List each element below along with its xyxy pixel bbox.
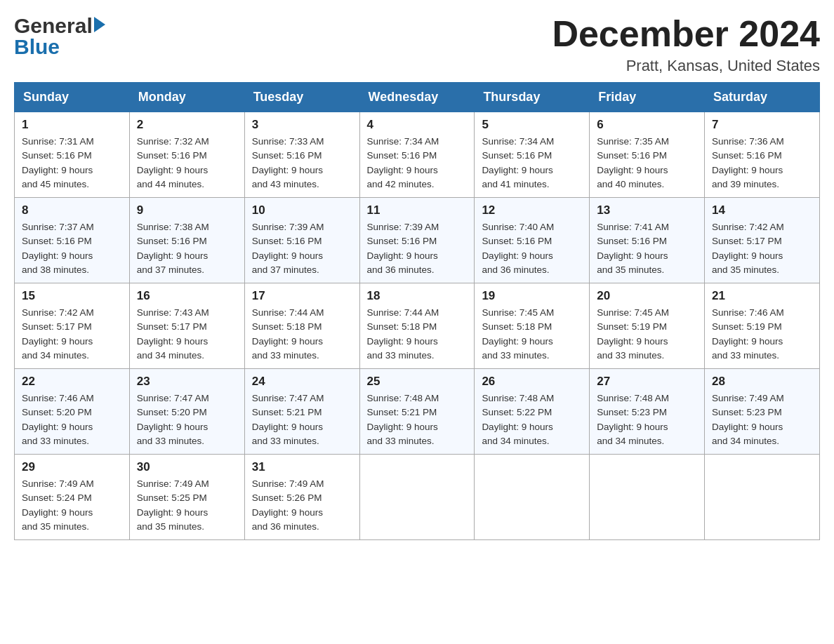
day-number: 11 — [367, 203, 468, 217]
calendar-week-row: 29 Sunrise: 7:49 AM Sunset: 5:24 PM Dayl… — [15, 455, 820, 540]
day-number: 6 — [597, 118, 697, 132]
table-row: 12 Sunrise: 7:40 AM Sunset: 5:16 PM Dayl… — [475, 198, 590, 283]
table-row — [590, 455, 705, 540]
table-row: 6 Sunrise: 7:35 AM Sunset: 5:16 PM Dayli… — [590, 112, 705, 198]
day-info: Sunrise: 7:48 AM Sunset: 5:22 PM Dayligh… — [482, 391, 582, 448]
day-info: Sunrise: 7:39 AM Sunset: 5:16 PM Dayligh… — [367, 220, 468, 277]
table-row: 26 Sunrise: 7:48 AM Sunset: 5:22 PM Dayl… — [475, 369, 590, 455]
month-title: December 2024 — [552, 14, 820, 54]
day-info: Sunrise: 7:45 AM Sunset: 5:19 PM Dayligh… — [597, 306, 697, 363]
header-sunday: Sunday — [15, 83, 130, 112]
day-number: 30 — [137, 460, 237, 474]
day-number: 18 — [367, 289, 468, 303]
logo-general: General — [14, 14, 93, 38]
day-info: Sunrise: 7:41 AM Sunset: 5:16 PM Dayligh… — [597, 220, 697, 277]
day-info: Sunrise: 7:35 AM Sunset: 5:16 PM Dayligh… — [597, 135, 697, 192]
header-saturday: Saturday — [705, 83, 820, 112]
day-info: Sunrise: 7:47 AM Sunset: 5:20 PM Dayligh… — [137, 391, 237, 448]
table-row: 11 Sunrise: 7:39 AM Sunset: 5:16 PM Dayl… — [359, 198, 475, 283]
table-row: 1 Sunrise: 7:31 AM Sunset: 5:16 PM Dayli… — [15, 112, 130, 198]
day-info: Sunrise: 7:36 AM Sunset: 5:16 PM Dayligh… — [712, 135, 812, 192]
logo-arrow-icon — [94, 17, 105, 32]
logo: General Blue — [14, 14, 105, 59]
day-number: 10 — [252, 203, 352, 217]
location-subtitle: Pratt, Kansas, United States — [552, 57, 820, 75]
day-info: Sunrise: 7:46 AM Sunset: 5:20 PM Dayligh… — [22, 391, 122, 448]
table-row: 17 Sunrise: 7:44 AM Sunset: 5:18 PM Dayl… — [244, 283, 359, 369]
table-row — [359, 455, 475, 540]
day-info: Sunrise: 7:33 AM Sunset: 5:16 PM Dayligh… — [252, 135, 352, 192]
logo-blue: Blue — [14, 35, 105, 59]
table-row: 22 Sunrise: 7:46 AM Sunset: 5:20 PM Dayl… — [15, 369, 130, 455]
day-info: Sunrise: 7:42 AM Sunset: 5:17 PM Dayligh… — [712, 220, 812, 277]
day-number: 3 — [252, 118, 352, 132]
header-wednesday: Wednesday — [359, 83, 475, 112]
day-info: Sunrise: 7:34 AM Sunset: 5:16 PM Dayligh… — [482, 135, 582, 192]
day-number: 23 — [137, 375, 237, 389]
day-info: Sunrise: 7:43 AM Sunset: 5:17 PM Dayligh… — [137, 306, 237, 363]
header-thursday: Thursday — [475, 83, 590, 112]
table-row: 25 Sunrise: 7:48 AM Sunset: 5:21 PM Dayl… — [359, 369, 475, 455]
table-row: 27 Sunrise: 7:48 AM Sunset: 5:23 PM Dayl… — [590, 369, 705, 455]
day-info: Sunrise: 7:48 AM Sunset: 5:21 PM Dayligh… — [367, 391, 468, 448]
day-info: Sunrise: 7:49 AM Sunset: 5:24 PM Dayligh… — [22, 477, 122, 534]
table-row — [475, 455, 590, 540]
table-row: 2 Sunrise: 7:32 AM Sunset: 5:16 PM Dayli… — [129, 112, 244, 198]
day-number: 28 — [712, 375, 812, 389]
day-info: Sunrise: 7:34 AM Sunset: 5:16 PM Dayligh… — [367, 135, 468, 192]
calendar-week-row: 15 Sunrise: 7:42 AM Sunset: 5:17 PM Dayl… — [15, 283, 820, 369]
table-row: 16 Sunrise: 7:43 AM Sunset: 5:17 PM Dayl… — [129, 283, 244, 369]
day-info: Sunrise: 7:46 AM Sunset: 5:19 PM Dayligh… — [712, 306, 812, 363]
table-row: 9 Sunrise: 7:38 AM Sunset: 5:16 PM Dayli… — [129, 198, 244, 283]
table-row: 13 Sunrise: 7:41 AM Sunset: 5:16 PM Dayl… — [590, 198, 705, 283]
day-info: Sunrise: 7:49 AM Sunset: 5:23 PM Dayligh… — [712, 391, 812, 448]
table-row: 4 Sunrise: 7:34 AM Sunset: 5:16 PM Dayli… — [359, 112, 475, 198]
calendar-table: Sunday Monday Tuesday Wednesday Thursday… — [14, 82, 820, 540]
day-info: Sunrise: 7:44 AM Sunset: 5:18 PM Dayligh… — [367, 306, 468, 363]
day-number: 21 — [712, 289, 812, 303]
page-header: General Blue December 2024 Pratt, Kansas… — [14, 14, 820, 75]
table-row: 8 Sunrise: 7:37 AM Sunset: 5:16 PM Dayli… — [15, 198, 130, 283]
calendar-week-row: 1 Sunrise: 7:31 AM Sunset: 5:16 PM Dayli… — [15, 112, 820, 198]
table-row: 30 Sunrise: 7:49 AM Sunset: 5:25 PM Dayl… — [129, 455, 244, 540]
day-number: 20 — [597, 289, 697, 303]
table-row: 5 Sunrise: 7:34 AM Sunset: 5:16 PM Dayli… — [475, 112, 590, 198]
table-row: 14 Sunrise: 7:42 AM Sunset: 5:17 PM Dayl… — [705, 198, 820, 283]
day-info: Sunrise: 7:48 AM Sunset: 5:23 PM Dayligh… — [597, 391, 697, 448]
day-info: Sunrise: 7:32 AM Sunset: 5:16 PM Dayligh… — [137, 135, 237, 192]
header-friday: Friday — [590, 83, 705, 112]
table-row: 28 Sunrise: 7:49 AM Sunset: 5:23 PM Dayl… — [705, 369, 820, 455]
day-number: 27 — [597, 375, 697, 389]
day-number: 29 — [22, 460, 122, 474]
day-number: 1 — [22, 118, 122, 132]
day-number: 5 — [482, 118, 582, 132]
table-row — [705, 455, 820, 540]
day-info: Sunrise: 7:40 AM Sunset: 5:16 PM Dayligh… — [482, 220, 582, 277]
day-info: Sunrise: 7:49 AM Sunset: 5:26 PM Dayligh… — [252, 477, 352, 534]
day-number: 2 — [137, 118, 237, 132]
calendar-week-row: 22 Sunrise: 7:46 AM Sunset: 5:20 PM Dayl… — [15, 369, 820, 455]
day-number: 16 — [137, 289, 237, 303]
day-info: Sunrise: 7:49 AM Sunset: 5:25 PM Dayligh… — [137, 477, 237, 534]
table-row: 29 Sunrise: 7:49 AM Sunset: 5:24 PM Dayl… — [15, 455, 130, 540]
table-row: 15 Sunrise: 7:42 AM Sunset: 5:17 PM Dayl… — [15, 283, 130, 369]
day-info: Sunrise: 7:42 AM Sunset: 5:17 PM Dayligh… — [22, 306, 122, 363]
day-info: Sunrise: 7:39 AM Sunset: 5:16 PM Dayligh… — [252, 220, 352, 277]
day-number: 13 — [597, 203, 697, 217]
day-info: Sunrise: 7:44 AM Sunset: 5:18 PM Dayligh… — [252, 306, 352, 363]
day-number: 17 — [252, 289, 352, 303]
table-row: 10 Sunrise: 7:39 AM Sunset: 5:16 PM Dayl… — [244, 198, 359, 283]
header-monday: Monday — [129, 83, 244, 112]
table-row: 24 Sunrise: 7:47 AM Sunset: 5:21 PM Dayl… — [244, 369, 359, 455]
table-row: 3 Sunrise: 7:33 AM Sunset: 5:16 PM Dayli… — [244, 112, 359, 198]
table-row: 18 Sunrise: 7:44 AM Sunset: 5:18 PM Dayl… — [359, 283, 475, 369]
calendar-week-row: 8 Sunrise: 7:37 AM Sunset: 5:16 PM Dayli… — [15, 198, 820, 283]
weekday-header-row: Sunday Monday Tuesday Wednesday Thursday… — [15, 83, 820, 112]
header-tuesday: Tuesday — [244, 83, 359, 112]
day-number: 9 — [137, 203, 237, 217]
day-number: 22 — [22, 375, 122, 389]
table-row: 19 Sunrise: 7:45 AM Sunset: 5:18 PM Dayl… — [475, 283, 590, 369]
day-info: Sunrise: 7:47 AM Sunset: 5:21 PM Dayligh… — [252, 391, 352, 448]
day-info: Sunrise: 7:38 AM Sunset: 5:16 PM Dayligh… — [137, 220, 237, 277]
day-number: 4 — [367, 118, 468, 132]
